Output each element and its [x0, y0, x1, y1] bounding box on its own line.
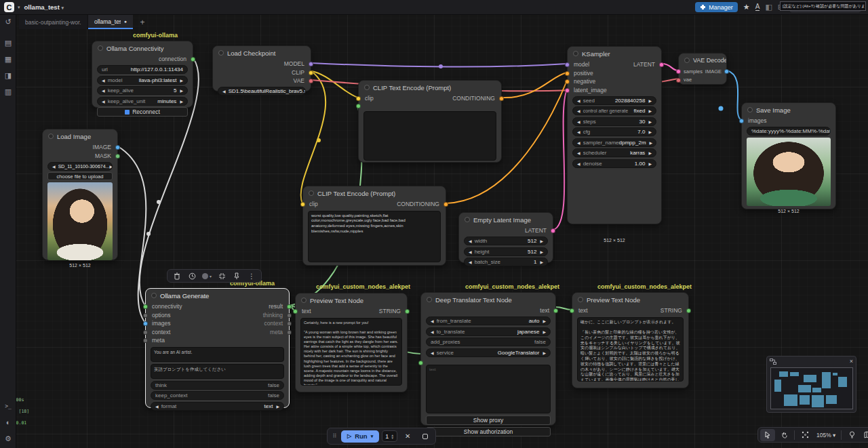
image-output-port[interactable] [115, 145, 120, 150]
translator-textarea[interactable]: text [426, 365, 551, 413]
node-vae-decode[interactable]: VAE Decode samplesIMAGE vae [678, 53, 727, 85]
batch-size-stepper[interactable]: ◀batch_size1▶ [464, 258, 548, 266]
run-button[interactable]: ▷Run▾ [341, 430, 379, 443]
keep-alive-stepper[interactable]: ◀keep_alive5▶ [97, 86, 188, 95]
reconnect-button[interactable]: Reconnect [97, 107, 188, 117]
node-title[interactable]: Load Checkpoint [213, 46, 311, 60]
minimap-viewport[interactable] [770, 367, 853, 409]
count-spinner[interactable]: ▲▼ [391, 434, 394, 439]
options-input-port[interactable] [143, 313, 148, 318]
clip-input-port[interactable] [300, 202, 305, 207]
panel-icon[interactable]: ◧ [765, 3, 772, 11]
meta-input-port[interactable] [143, 338, 148, 343]
tab-ollama-test[interactable]: ollama_test● [88, 15, 133, 29]
theme-icon[interactable]: ◐ [0, 414, 16, 430]
node-title[interactable]: Preview Text Node [296, 293, 407, 307]
model-combo[interactable]: ◀modelllava-phi3:latest▶ [97, 76, 188, 85]
think-toggle[interactable]: thinkfalse [151, 381, 284, 390]
conditioning-output-port[interactable] [443, 202, 448, 207]
pin-icon[interactable] [229, 270, 244, 282]
scheduler-combo[interactable]: ◀schedulerkarras▶ [572, 148, 656, 157]
samples-input-port[interactable] [676, 69, 681, 74]
images-input-port[interactable] [143, 321, 148, 326]
workflows-icon[interactable]: ▥ [0, 83, 16, 100]
text-input-port[interactable] [418, 361, 423, 365]
positive-input-port[interactable] [565, 71, 570, 76]
node-title[interactable]: Load Image [43, 129, 117, 143]
new-tab-button[interactable]: + [136, 15, 149, 29]
context-output-port[interactable] [287, 321, 292, 326]
show-authorization-button[interactable]: Show authorization [426, 427, 551, 436]
node-title[interactable]: Ollama Connectivity [92, 41, 193, 55]
manager-button[interactable]: Manager [695, 2, 738, 12]
node-clip-text-encode-negative[interactable]: CLIP Text Encode (Prompt) clipCONDITIONI… [302, 186, 446, 266]
add-proxies-toggle[interactable]: add_proxiesfalse [426, 338, 551, 346]
drag-handle[interactable]: ⠿ [330, 430, 338, 443]
color-picker-icon[interactable]: ▾ [199, 270, 214, 282]
prompt-textarea[interactable]: worst quality,low quality,painting,sketc… [308, 211, 441, 262]
settings-gear-icon[interactable]: ⚙ [0, 430, 16, 447]
collapse-dot[interactable] [151, 293, 157, 298]
node-clip-text-encode-positive[interactable]: CLIP Text Encode (Prompt) clipCONDITIONI… [358, 80, 502, 163]
cfg-stepper[interactable]: ◀cfg7.0▶ [572, 127, 656, 136]
denoise-stepper[interactable]: ◀denoise1.00▶ [572, 159, 656, 168]
graph-canvas[interactable]: comfyui-ollama comfyui-ollama comfyui_cu… [0, 0, 868, 448]
stop-icon[interactable] [418, 430, 433, 443]
keep-alive-unit-combo[interactable]: ◀keep_alive_unitminutes▶ [97, 97, 188, 106]
node-title[interactable]: Deep Translator Text Node [421, 293, 555, 306]
image-output-port[interactable] [724, 69, 729, 74]
text-input-port[interactable] [356, 104, 361, 108]
collapse-dot[interactable] [309, 190, 314, 196]
node-title[interactable]: CLIP Text Encode (Prompt) [303, 186, 446, 200]
delete-icon[interactable] [170, 270, 184, 282]
collapse-dot[interactable] [218, 50, 224, 56]
workflow-name-menu[interactable]: ollama_test ▾ [24, 3, 64, 11]
node-ollama-connectivity[interactable]: Ollama Connectivity connection urlhttp:/… [92, 41, 193, 108]
node-title[interactable]: KSampler [568, 47, 661, 60]
undo-history-icon[interactable]: ↺ [0, 15, 16, 29]
connectivity-input-port[interactable] [143, 304, 148, 309]
result-output-port[interactable] [287, 304, 292, 309]
ckpt-name-combo[interactable]: ◀SD1.5\beautifulRealistic_brav5.s...▶ [218, 87, 306, 96]
execute-icon[interactable] [184, 270, 199, 282]
system-prompt-textarea[interactable]: You are an AI artist. [151, 347, 284, 362]
collapse-dot[interactable] [578, 297, 583, 302]
steps-stepper[interactable]: ◀steps30▶ [572, 117, 656, 126]
comfyui-logo[interactable]: C [4, 2, 14, 12]
model-library-icon[interactable]: ◨ [0, 67, 16, 83]
node-ollama-generate[interactable]: Ollama Generate connectivityresult optio… [145, 288, 290, 408]
chevron-down-icon[interactable]: ▾ [371, 434, 374, 439]
format-combo[interactable]: ◀formattext▶ [151, 402, 284, 411]
select-tool-icon[interactable] [760, 429, 775, 441]
clip-input-port[interactable] [356, 96, 361, 101]
upload-button[interactable]: choose file to upload [47, 172, 113, 180]
model-input-port[interactable] [565, 62, 570, 67]
node-save-image[interactable]: Save Image images %date:yyyy%-%date:MM%-… [741, 102, 836, 209]
clip-output-port[interactable] [309, 70, 313, 75]
sampler-name-combo[interactable]: ◀sampler_namedpmpp_2m▶ [572, 138, 656, 147]
pan-tool-icon[interactable] [776, 429, 791, 441]
node-title[interactable]: Empty Latent Image [459, 213, 553, 226]
conditioning-output-port[interactable] [499, 96, 504, 101]
context-input-port[interactable] [143, 330, 148, 335]
node-title[interactable]: Save Image [742, 103, 835, 117]
node-deep-translator[interactable]: Deep Translator Text Node text ◀from_tra… [420, 292, 556, 426]
node-load-checkpoint[interactable]: Load Checkpoint MODEL CLIP VAE ◀SD1.5\be… [212, 45, 311, 91]
collapse-dot[interactable] [301, 298, 307, 303]
queue-icon[interactable]: ▤ [0, 35, 16, 51]
minimap-close-icon[interactable]: × [850, 358, 853, 365]
node-title[interactable]: CLIP Text Encode (Prompt) [359, 81, 501, 94]
collapse-dot[interactable] [98, 45, 103, 51]
show-proxy-button[interactable]: Show proxy [426, 415, 551, 425]
user-prompt-textarea[interactable]: 英語プロンプトを作成してください [151, 364, 284, 379]
width-stepper[interactable]: ◀width512▶ [464, 237, 548, 245]
collapse-dot[interactable] [573, 51, 578, 56]
meta-output-port[interactable] [287, 330, 292, 335]
preview-text-content[interactable]: Certainly, here is a new prompt for you!… [300, 318, 402, 386]
url-field[interactable]: urlhttp://127.0.0.1:11434 [97, 65, 188, 74]
images-input-port[interactable] [739, 119, 744, 123]
minimap-toggle-icon[interactable] [861, 429, 868, 441]
node-preview-text-right[interactable]: Preview Text Node textSTRING 確かに、ここに新しいプ… [572, 292, 689, 388]
more-options-icon[interactable]: ⋮ [244, 270, 259, 282]
vae-input-port[interactable] [676, 78, 681, 83]
